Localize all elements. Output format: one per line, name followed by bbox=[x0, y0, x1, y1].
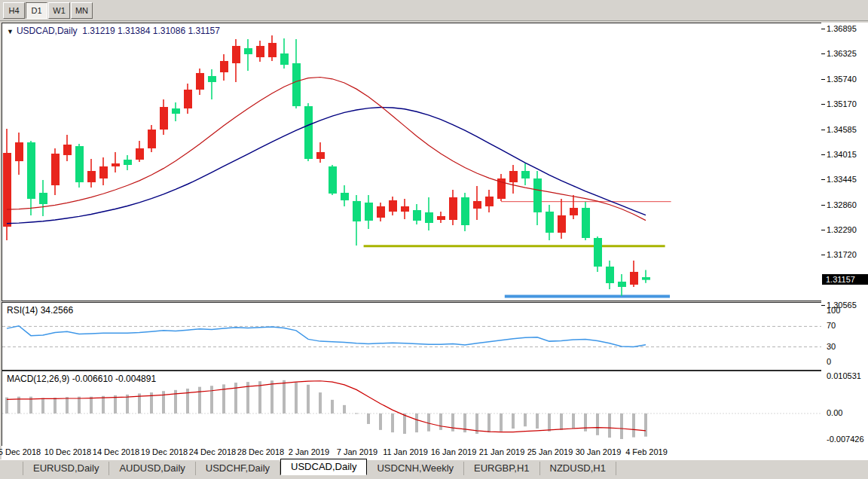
timeframe-button-mn[interactable]: MN bbox=[71, 2, 93, 19]
price-axis-tick: 1.36895 bbox=[827, 24, 857, 33]
candle-body bbox=[461, 197, 469, 225]
rsi-indicator-pane[interactable]: RSI(14) 34.2566 bbox=[2, 302, 823, 371]
price-axis-tick: 1.35170 bbox=[827, 99, 857, 108]
price-chart-canvas[interactable] bbox=[2, 23, 822, 301]
time-axis-tick: 24 Dec 2018 bbox=[189, 447, 236, 456]
timeframe-button-d1[interactable]: D1 bbox=[26, 2, 47, 19]
time-axis-tick: 4 Feb 2019 bbox=[625, 447, 668, 456]
candle-body bbox=[570, 208, 578, 215]
chart-tabs-bar: EURUSD,DailyAUDUSD,DailyUSDCHF,DailyUSDC… bbox=[0, 459, 868, 475]
macd-histogram-bar bbox=[487, 413, 491, 432]
price-axis-tick: 1.32290 bbox=[827, 225, 857, 234]
rsi-axis-tick: 30 bbox=[827, 342, 836, 351]
candle-body bbox=[449, 197, 457, 220]
time-axis-tick: 25 Jan 2019 bbox=[527, 447, 573, 456]
time-axis-tick: 10 Dec 2018 bbox=[44, 447, 91, 456]
candle-body bbox=[437, 216, 445, 220]
macd-histogram-bar bbox=[234, 383, 237, 413]
macd-histogram-bar bbox=[78, 397, 81, 413]
candle-body bbox=[546, 212, 554, 233]
chart-tab-usdcad[interactable]: USDCAD,Daily bbox=[280, 459, 367, 475]
macd-histogram-bar bbox=[114, 395, 117, 413]
candle-body bbox=[425, 212, 433, 223]
time-axis-tick: 19 Dec 2018 bbox=[141, 447, 188, 456]
price-axis-tick-mark bbox=[821, 79, 825, 80]
macd-histogram-bar bbox=[632, 413, 635, 438]
price-chart-pane[interactable]: ▼USDCAD,Daily 1.31219 1.31384 1.31086 1.… bbox=[2, 23, 823, 301]
candle-body bbox=[87, 171, 96, 182]
rsi-line bbox=[7, 326, 646, 347]
candle-body bbox=[124, 160, 132, 165]
price-axis-tick: 1.36325 bbox=[827, 49, 857, 58]
macd-histogram-bar bbox=[427, 413, 430, 432]
candles bbox=[3, 35, 650, 296]
macd-histogram-bar bbox=[307, 385, 310, 413]
chart-title-ohlc: 1.31219 1.31384 1.31086 1.31157 bbox=[82, 26, 220, 36]
macd-axis-tick: 0.010531 bbox=[827, 371, 861, 380]
candle-body bbox=[365, 203, 373, 221]
candle-body bbox=[316, 152, 325, 159]
chart-tab-eurusd[interactable]: EURUSD,Daily bbox=[23, 462, 109, 475]
macd-indicator-pane[interactable]: MACD(12,26,9) -0.006610 -0.004891 bbox=[2, 371, 823, 447]
timeframe-button-h4[interactable]: H4 bbox=[3, 2, 25, 19]
candle-body bbox=[148, 130, 156, 148]
chart-title: ▼USDCAD,Daily 1.31219 1.31384 1.31086 1.… bbox=[7, 26, 220, 36]
macd-histogram-bar bbox=[500, 413, 503, 432]
time-axis-tick: 14 Dec 2018 bbox=[93, 447, 139, 456]
chart-tab-usdcnh[interactable]: USDCNH,Weekly bbox=[367, 462, 464, 475]
price-axis-tick: 1.32860 bbox=[827, 200, 857, 209]
macd-histogram-bar bbox=[343, 405, 346, 413]
status-strip bbox=[0, 475, 868, 479]
symbol-dropdown-icon[interactable]: ▼ bbox=[7, 28, 14, 35]
rsi-axis-tick: 0 bbox=[827, 357, 831, 366]
candle-body bbox=[521, 171, 530, 178]
macd-histogram-bar bbox=[319, 392, 322, 413]
candle-body bbox=[533, 178, 542, 212]
chart-tab-usdchf[interactable]: USDCHF,Daily bbox=[196, 462, 280, 475]
candle-body bbox=[389, 200, 397, 212]
time-axis-tick: 21 Jan 2019 bbox=[479, 447, 525, 456]
candle-body bbox=[220, 61, 228, 72]
macd-histogram-bar bbox=[584, 413, 587, 432]
current-price-badge: 1.31157 bbox=[822, 274, 868, 285]
rsi-axis-tick: 70 bbox=[827, 321, 836, 330]
chart-tab-eurgbp[interactable]: EURGBP,H1 bbox=[464, 462, 539, 475]
price-axis-tick-mark bbox=[821, 154, 825, 155]
time-axis-tick: 30 Jan 2019 bbox=[576, 447, 622, 456]
candle-body bbox=[196, 73, 204, 90]
candle-body bbox=[268, 43, 277, 57]
macd-histogram-bar bbox=[355, 413, 358, 414]
candle-body bbox=[63, 145, 72, 155]
price-axis-tick: 1.33445 bbox=[827, 175, 857, 184]
candle-body bbox=[618, 282, 626, 287]
candle-body bbox=[244, 48, 252, 54]
price-axis-tick-mark bbox=[821, 179, 825, 180]
chart-tab-audusd[interactable]: AUDUSD,Daily bbox=[109, 462, 195, 475]
time-axis-tick: 2 Jan 2019 bbox=[289, 447, 329, 456]
candle-body bbox=[341, 193, 349, 200]
macd-histogram-bar bbox=[572, 413, 575, 429]
chart-tab-nzdusd[interactable]: NZDUSD,H1 bbox=[540, 462, 616, 475]
candle-body bbox=[15, 142, 23, 161]
macd-histogram-bar bbox=[596, 413, 599, 435]
price-axis-tick-mark bbox=[821, 29, 825, 29]
candle-body bbox=[606, 267, 614, 283]
macd-axis-tick: 0.00 bbox=[827, 408, 842, 417]
price-axis[interactable]: 1.368951.363251.357401.351701.345851.340… bbox=[821, 23, 868, 459]
price-axis-tick: 1.35740 bbox=[827, 75, 857, 84]
candle-body bbox=[473, 201, 481, 209]
macd-histogram-bar bbox=[66, 397, 69, 413]
rsi-canvas[interactable] bbox=[2, 303, 822, 370]
candle-body bbox=[353, 201, 361, 221]
candle-body bbox=[485, 197, 494, 206]
timeframe-button-w1[interactable]: W1 bbox=[48, 2, 70, 19]
time-axis[interactable]: 5 Dec 201810 Dec 201814 Dec 201819 Dec 2… bbox=[2, 446, 866, 459]
macd-histogram-bar bbox=[283, 380, 286, 413]
candle-body bbox=[329, 166, 337, 194]
macd-histogram-bar bbox=[258, 381, 261, 413]
candle-body bbox=[558, 215, 566, 233]
macd-histogram-bar bbox=[295, 383, 298, 413]
price-axis-tick-mark bbox=[821, 305, 825, 306]
macd-histogram-bar bbox=[379, 413, 382, 430]
macd-histogram-bar bbox=[41, 398, 44, 413]
